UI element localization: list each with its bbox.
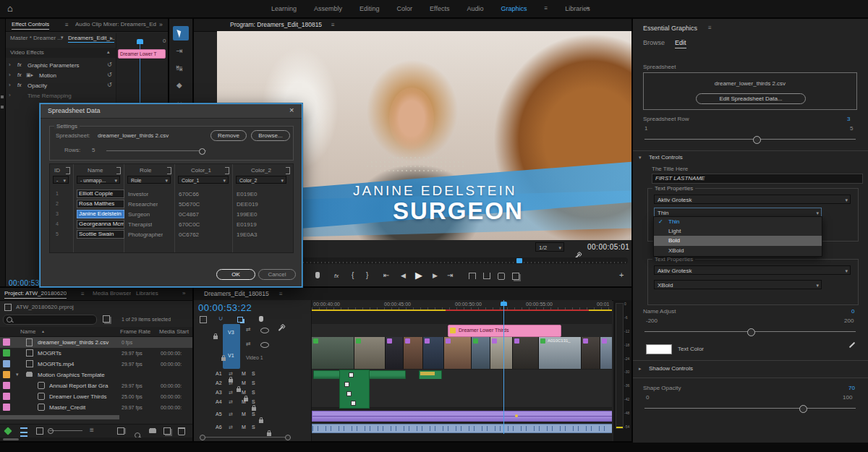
effect-time-remapping[interactable]: Time Remapping	[27, 93, 72, 99]
sync-lock-icon[interactable]: ⇄	[229, 412, 233, 417]
column-name[interactable]: Name	[20, 328, 35, 335]
role-cell[interactable]: Photographer	[128, 231, 163, 238]
clip-thumbnail[interactable]	[490, 337, 513, 369]
name-cell[interactable]: Rosa Matthes	[77, 200, 124, 208]
clip-thumbnail[interactable]	[312, 337, 354, 369]
clip-thumbnail[interactable]	[386, 337, 404, 369]
spreadsheet-row-slider[interactable]	[644, 139, 856, 140]
workspace-tab-editing[interactable]: Editing	[359, 5, 380, 12]
target-v1[interactable]: V1	[228, 353, 234, 358]
name-cell[interactable]: Janine Edelstein	[77, 210, 124, 218]
item-label[interactable]: MOGRTs	[38, 350, 61, 357]
project-file-name[interactable]: ATW_20180620.prproj	[16, 304, 74, 310]
workspace-tab-effects[interactable]: Effects	[430, 5, 449, 12]
razor-tool[interactable]: ◆	[176, 81, 182, 89]
link-column-icon[interactable]	[116, 167, 121, 174]
role-cell[interactable]: Surgeon	[128, 211, 150, 218]
add-marker-icon[interactable]	[315, 272, 320, 278]
name-cell[interactable]: Scottie Swain	[77, 230, 124, 239]
tab-program[interactable]: Program: Dreamers_Edit_180815	[230, 21, 322, 28]
panel-overflow-icon[interactable]: »	[182, 290, 185, 297]
close-icon[interactable]: ×	[289, 106, 294, 114]
project-row[interactable]: Annual Report Bar Gra 29.97 fps 00:00:00…	[0, 380, 192, 391]
mute-button[interactable]: M	[242, 425, 246, 430]
role-cell[interactable]: Researcher	[128, 201, 158, 208]
fx-icon[interactable]: fx	[17, 82, 21, 88]
sync-lock-icon[interactable]: ⇄	[229, 399, 233, 405]
go-to-out-icon[interactable]: ⇥	[447, 271, 453, 279]
cancel-button[interactable]: Cancel	[258, 269, 296, 280]
track-lock-icon[interactable]	[221, 357, 226, 361]
label-swatch[interactable]	[3, 393, 10, 400]
track-a1[interactable]: A1	[216, 371, 222, 376]
twirl-icon[interactable]: ›	[9, 92, 11, 98]
track-lock-icon[interactable]	[237, 388, 241, 392]
twirl-down-icon[interactable]: ▾	[639, 155, 642, 161]
sync-lock-icon[interactable]: ⇄	[229, 380, 233, 386]
clip-thumbnail[interactable]	[444, 337, 472, 369]
link-column-icon[interactable]	[225, 167, 229, 174]
reset-icon[interactable]: ↺	[107, 82, 112, 88]
master-clip-label[interactable]: Master * Dreamer ...	[10, 35, 62, 41]
fx-badge-icon[interactable]: fx	[334, 273, 339, 279]
timeline-playhead[interactable]	[503, 300, 504, 434]
delete-icon[interactable]	[178, 427, 185, 435]
keyframe-dot[interactable]	[515, 414, 518, 417]
mute-button[interactable]: M	[242, 412, 246, 417]
track-select-forward-tool[interactable]: ⇥	[176, 46, 182, 56]
name-cell[interactable]: Elliott Copple	[77, 189, 124, 198]
snap-icon[interactable]: ∩	[218, 315, 223, 323]
button-editor-icon[interactable]: +	[619, 270, 624, 279]
mute-button[interactable]: M	[242, 371, 246, 376]
workspace-menu-icon[interactable]: ≡	[545, 5, 548, 12]
project-row[interactable]: dreamer_lower_thirds 2.csv 0 fps	[0, 337, 192, 348]
project-row[interactable]: MOGRTs 29.97 fps 00:00:00:	[0, 348, 192, 359]
tab-project[interactable]: Project: ATW_20180620	[4, 290, 67, 299]
timeline-ruler[interactable]: 00:00:40:00 00:00:45:00 00:00:50:00 00:0…	[312, 300, 612, 310]
twirl-icon[interactable]: ›	[9, 82, 11, 88]
name-adjust-value[interactable]: 0	[851, 308, 854, 315]
workspace-tab-audio[interactable]: Audio	[467, 5, 483, 12]
title-field-input[interactable]: FIRST LASTNAME	[652, 174, 863, 184]
clip-thumbnail[interactable]	[472, 337, 490, 369]
sync-lock-icon[interactable]: ⇄	[246, 326, 251, 333]
link-column-icon[interactable]	[286, 167, 290, 174]
twirl-right-icon[interactable]: ▸	[639, 366, 642, 372]
color1-cell[interactable]: 5D670C	[179, 201, 200, 208]
label-swatch[interactable]	[3, 349, 10, 357]
font-style-select-2[interactable]: XBold▾	[654, 280, 822, 289]
workspace-overflow-icon[interactable]: »	[586, 4, 590, 12]
label-swatch[interactable]	[3, 382, 10, 389]
track-a4[interactable]: A4	[216, 399, 222, 404]
collapse-icon[interactable]: ▴	[107, 49, 110, 55]
track-a3[interactable]: A3	[216, 390, 222, 395]
menu-item-xbold[interactable]: XBold	[668, 246, 684, 255]
font-family-select[interactable]: Aktiv Grotesk▾	[654, 195, 851, 204]
twirl-down-icon[interactable]: ▾	[16, 372, 19, 378]
mute-button[interactable]: M	[242, 399, 246, 404]
keyframe-icon[interactable]	[349, 372, 354, 378]
project-writable-icon[interactable]	[4, 427, 12, 435]
ok-button[interactable]: OK	[216, 269, 255, 280]
mark-out-icon[interactable]: }	[366, 271, 368, 279]
menu-item-light[interactable]: Light	[668, 226, 681, 236]
clip-thumbnail[interactable]	[600, 337, 612, 369]
item-label[interactable]: MOGRTs.mp4	[38, 361, 75, 367]
new-bin-icon[interactable]	[149, 429, 156, 433]
color2-cell[interactable]: 19E0A3	[237, 231, 257, 238]
clip-thumbnail[interactable]	[513, 337, 539, 369]
clip-thumbnail[interactable]	[404, 337, 423, 369]
color2-cell[interactable]: E01919	[237, 221, 257, 228]
mute-button[interactable]: M	[242, 380, 246, 385]
shadow-controls-header[interactable]: Shadow Controls	[649, 365, 693, 372]
item-label[interactable]: Annual Report Bar Gra	[49, 383, 119, 389]
zoom-level-select[interactable]: 1/2▾	[535, 242, 564, 252]
add-marker-icon[interactable]	[259, 316, 263, 322]
item-label[interactable]: Master_Credit	[49, 404, 119, 411]
source-target-column[interactable]: V3 V1	[223, 324, 240, 369]
sync-lock-icon[interactable]: ⇄	[229, 371, 233, 377]
track-lock-icon[interactable]	[213, 336, 218, 339]
dock-icon[interactable]	[1, 95, 4, 98]
solo-button[interactable]: S	[252, 412, 255, 417]
name-adjust-slider[interactable]	[644, 331, 856, 332]
